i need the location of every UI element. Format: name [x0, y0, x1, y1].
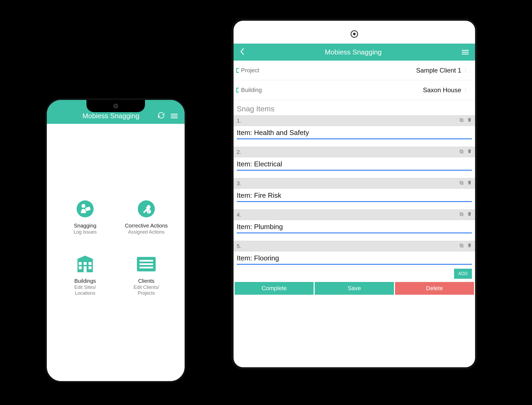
complete-button[interactable]: Complete: [235, 282, 314, 295]
snag-number: 3.: [237, 180, 241, 187]
snag-item[interactable]: Item: Fire Risk: [234, 189, 475, 203]
snag-number: 5.: [237, 243, 241, 249]
trash-icon[interactable]: [467, 212, 472, 218]
marker-icon: [236, 68, 239, 73]
back-icon[interactable]: [240, 48, 245, 56]
project-row[interactable]: Project Sample Client 1 〉: [234, 61, 475, 80]
copy-icon[interactable]: [459, 118, 464, 124]
snag-item-label: Item: Plumbing: [237, 223, 472, 231]
tablet-body: Project Sample Client 1 〉 Building Saxon…: [234, 61, 475, 295]
trash-icon[interactable]: [467, 243, 472, 249]
trash-icon[interactable]: [467, 180, 472, 186]
copy-icon[interactable]: [459, 212, 464, 218]
menu-icon[interactable]: [171, 114, 178, 118]
copy-icon[interactable]: [459, 243, 464, 249]
snag-number: 2.: [237, 149, 241, 155]
tile-subtitle: Edit Sites/Locations: [74, 285, 96, 296]
snag-number: 4.: [237, 212, 241, 218]
svg-rect-37: [469, 243, 470, 244]
tile-title: Buildings: [74, 278, 96, 284]
snag-item-label: Item: Fire Risk: [237, 191, 472, 200]
menu-grid: Snagging Log Issues ! Corrective Actions…: [61, 198, 170, 296]
snag-item-underline: [237, 264, 472, 265]
svg-rect-10: [89, 262, 92, 265]
chevron-right-icon: 〉: [464, 66, 470, 74]
svg-rect-20: [468, 119, 471, 119]
svg-marker-7: [76, 256, 94, 259]
phone-content: Snagging Log Issues ! Corrective Actions…: [47, 124, 185, 381]
snag-item-header: 3.: [234, 178, 475, 189]
snag-list: 1.Item: Health and Safety2.Item: Electri…: [234, 115, 475, 266]
snag-item-header: 1.: [234, 115, 475, 126]
delete-button[interactable]: Delete: [395, 282, 474, 295]
snag-item-underline: [237, 170, 472, 171]
tablet-device: Mobiess Snagging Project Sample Client 1…: [231, 19, 477, 369]
trash-icon[interactable]: [467, 118, 472, 124]
tile-title: Snagging: [74, 223, 97, 229]
svg-rect-25: [469, 149, 470, 150]
menu-icon[interactable]: [462, 50, 469, 54]
snag-item-underline: [237, 233, 472, 233]
chevron-right-icon: 〉: [464, 86, 470, 94]
svg-rect-21: [469, 118, 470, 119]
snag-item-underline: [237, 138, 472, 139]
tile-buildings[interactable]: Buildings Edit Sites/Locations: [61, 254, 109, 296]
add-row: ADD: [234, 266, 475, 281]
snag-item-label: Item: Electrical: [237, 160, 472, 168]
svg-rect-33: [469, 212, 470, 213]
svg-rect-32: [468, 213, 471, 213]
snag-number: 1.: [237, 118, 241, 124]
svg-rect-9: [84, 262, 86, 265]
tablet-header: Mobiess Snagging: [234, 44, 475, 61]
phone-notch: [86, 100, 145, 112]
tile-title: Corrective Actions: [125, 223, 168, 229]
svg-rect-13: [84, 266, 86, 272]
svg-point-1: [81, 204, 85, 208]
save-button[interactable]: Save: [315, 282, 394, 295]
svg-text:!: !: [148, 210, 149, 213]
svg-rect-12: [89, 266, 92, 269]
tile-clients[interactable]: Clients Edit Clients/Projects: [122, 254, 170, 296]
phone-device: Mobiess Snagging: [45, 98, 186, 383]
project-value: Sample Client 1: [416, 67, 461, 74]
trash-icon[interactable]: [467, 149, 472, 155]
svg-rect-22: [461, 151, 463, 153]
tile-corrective-actions[interactable]: ! Corrective Actions Assigned Actions: [122, 198, 170, 235]
svg-rect-17: [139, 267, 153, 268]
copy-icon[interactable]: [459, 180, 464, 186]
svg-rect-8: [79, 262, 82, 265]
worker-clipboard-icon: [74, 198, 96, 220]
action-row: Complete Save Delete: [234, 282, 475, 295]
tile-subtitle: Log Issues: [73, 229, 97, 235]
svg-rect-18: [461, 119, 463, 122]
svg-rect-36: [468, 244, 471, 244]
snag-item[interactable]: Item: Electrical: [234, 157, 475, 172]
project-label: Project: [241, 67, 259, 74]
snag-item-label: Item: Health and Safety: [237, 129, 472, 137]
svg-rect-19: [460, 119, 462, 121]
tile-title: Clients: [138, 278, 154, 284]
building-label: Building: [241, 87, 262, 94]
svg-rect-16: [139, 263, 153, 265]
snag-item[interactable]: Item: Plumbing: [234, 220, 475, 234]
snag-item-underline: [237, 201, 472, 202]
tablet-title: Mobiess Snagging: [245, 48, 462, 56]
svg-rect-28: [468, 181, 471, 182]
svg-rect-23: [460, 150, 462, 152]
svg-point-0: [77, 200, 94, 217]
snag-items-title: Snag Items: [234, 100, 475, 115]
tablet-camera: [351, 30, 358, 38]
snag-item[interactable]: Item: Flooring: [234, 251, 475, 266]
snag-item[interactable]: Item: Health and Safety: [234, 126, 475, 140]
svg-rect-35: [460, 244, 462, 246]
copy-icon[interactable]: [459, 149, 464, 155]
tile-subtitle: Edit Clients/Projects: [134, 285, 159, 296]
tile-snagging[interactable]: Snagging Log Issues: [61, 198, 109, 235]
building-row[interactable]: Building Saxon House 〉: [234, 80, 475, 100]
svg-rect-11: [79, 266, 82, 269]
list-card-icon: [136, 254, 157, 275]
snag-item-header: 5.: [234, 241, 475, 251]
svg-rect-34: [461, 245, 463, 247]
sync-icon[interactable]: [157, 112, 165, 120]
add-button[interactable]: ADD: [454, 269, 472, 279]
